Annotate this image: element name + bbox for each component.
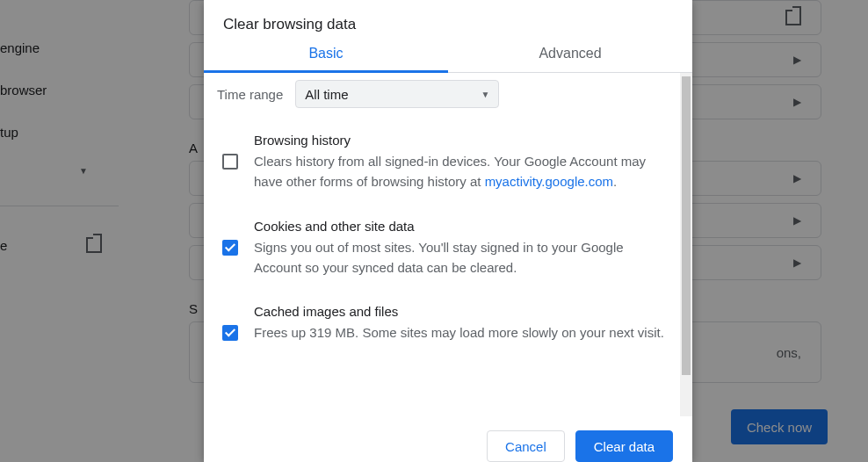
dialog-scroll-area: Time range All time ▼ Browsing history C… — [204, 73, 692, 416]
tab-basic[interactable]: Basic — [204, 46, 448, 72]
option-browsing-history: Browsing history Clears history from all… — [222, 133, 671, 192]
option-description: Clears history from all signed-in device… — [254, 151, 671, 192]
option-cookies: Cookies and other site data Signs you ou… — [222, 219, 671, 278]
time-range-label: Time range — [217, 87, 283, 102]
dialog-title: Clear browsing data — [204, 0, 692, 46]
option-description: Frees up 319 MB. Some sites may load mor… — [254, 322, 671, 343]
option-title: Cookies and other site data — [254, 219, 671, 234]
option-title: Browsing history — [254, 133, 671, 148]
tab-advanced[interactable]: Advanced — [448, 46, 692, 72]
option-description: Signs you out of most sites. You'll stay… — [254, 237, 671, 278]
scrollbar-thumb[interactable] — [682, 76, 691, 375]
checkbox-cache[interactable] — [222, 325, 238, 341]
option-title: Cached images and files — [254, 304, 671, 319]
time-range-value: All time — [305, 87, 348, 102]
chevron-down-icon: ▼ — [481, 90, 489, 99]
dialog-tabs: Basic Advanced — [204, 46, 692, 73]
clear-data-button[interactable]: Clear data — [575, 430, 673, 462]
scrollbar-track[interactable] — [680, 73, 692, 416]
time-range-row: Time range All time ▼ — [217, 80, 671, 108]
cancel-button[interactable]: Cancel — [487, 430, 565, 462]
checkbox-browsing-history[interactable] — [222, 154, 238, 170]
clear-browsing-data-dialog: Clear browsing data Basic Advanced Time … — [204, 0, 692, 462]
myactivity-link[interactable]: myactivity.google.com — [485, 174, 613, 189]
dialog-button-row: Cancel Clear data — [204, 416, 692, 462]
time-range-select[interactable]: All time ▼ — [295, 80, 499, 108]
option-cache: Cached images and files Frees up 319 MB.… — [222, 304, 671, 343]
checkbox-cookies[interactable] — [222, 240, 238, 256]
